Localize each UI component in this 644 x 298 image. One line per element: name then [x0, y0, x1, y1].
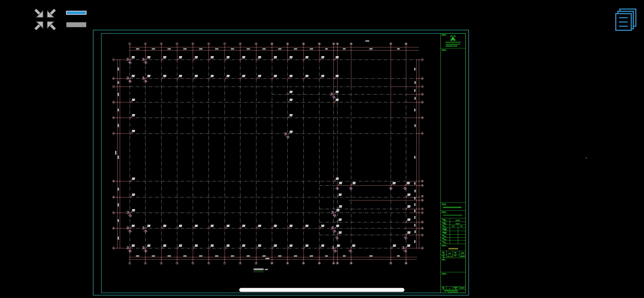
svg-text:D: D [422, 185, 423, 186]
svg-text:11800: 11800 [118, 67, 119, 71]
svg-text:10000: 10000 [183, 48, 187, 50]
svg-text:5000: 5000 [415, 182, 416, 185]
svg-text:5: 5 [193, 43, 193, 45]
svg-text:9000: 9000 [325, 48, 328, 50]
svg-text:K: K [113, 78, 114, 79]
svg-text:Respons.: Respons. [444, 229, 447, 231]
svg-text:5000: 5000 [415, 240, 416, 243]
svg-text:17: 17 [390, 43, 392, 45]
svg-text:6: 6 [208, 262, 209, 264]
svg-text:B: B [422, 199, 423, 201]
svg-text:7: 7 [224, 43, 225, 45]
svg-text:2: 2 [145, 43, 146, 45]
svg-text:14: 14 [333, 262, 334, 264]
svg-text:4: 4 [177, 43, 178, 45]
svg-text:9: 9 [256, 43, 257, 45]
svg-text:D: D [422, 195, 423, 197]
svg-text:6: 6 [208, 43, 209, 45]
svg-text:10000: 10000 [231, 48, 234, 50]
svg-text:10: 10 [271, 262, 273, 264]
svg-text:2: 2 [145, 262, 146, 264]
svg-text:16: 16 [350, 262, 352, 264]
svg-text:G: G [422, 117, 423, 118]
svg-text:18: 18 [405, 262, 407, 264]
svg-text:10000: 10000 [246, 255, 250, 257]
svg-text:F: F [422, 133, 423, 134]
svg-text:5200: 5200 [118, 81, 119, 84]
svg-text:10000: 10000 [278, 48, 281, 50]
svg-text:8750: 8750 [343, 48, 346, 50]
svg-text:1:150: 1:150 [448, 253, 451, 254]
svg-text:10400: 10400 [118, 203, 119, 207]
svg-text:10000: 10000 [168, 48, 171, 50]
svg-text:10000: 10000 [262, 255, 266, 257]
svg-text:175000: 175000 [365, 40, 369, 42]
svg-text:L: L [113, 59, 114, 60]
svg-text:25000: 25000 [369, 48, 373, 50]
svg-text:5: 5 [193, 262, 193, 264]
svg-text:Respons.: Respons. [444, 223, 447, 224]
svg-text:10000: 10000 [136, 255, 139, 257]
svg-text:1: 1 [129, 43, 130, 45]
svg-text:10000: 10000 [199, 48, 202, 50]
svg-text:E: E [113, 180, 114, 182]
svg-text:1: 1 [129, 262, 130, 264]
svg-text:12: 12 [303, 262, 304, 264]
svg-text:H: H [422, 101, 423, 103]
svg-text:A: A [422, 234, 423, 236]
svg-text:11: 11 [287, 262, 288, 264]
svg-text:8: 8 [240, 43, 241, 45]
svg-text:5000: 5000 [415, 224, 416, 227]
svg-text:5000: 5000 [415, 189, 416, 192]
svg-text:Date: Date [443, 257, 445, 258]
svg-text:B: B [422, 227, 423, 229]
svg-text:Respons.: Respons. [444, 236, 447, 237]
svg-text:5000: 5000 [415, 156, 416, 159]
svg-text:C: C [422, 208, 423, 210]
svg-text:Scale: Scale [443, 253, 445, 254]
svg-text:11900: 11900 [118, 236, 119, 240]
svg-text:5000: 5000 [415, 81, 416, 84]
svg-text:10000: 10000 [310, 48, 313, 50]
svg-text:9: 9 [256, 262, 257, 264]
svg-text:18: 18 [405, 43, 407, 45]
svg-text:B: B [422, 221, 423, 223]
svg-text:10000: 10000 [199, 255, 202, 257]
svg-text:H: H [113, 101, 114, 103]
svg-text:J: J [422, 86, 423, 87]
svg-text:C: C [113, 212, 114, 213]
svg-text:9800: 9800 [118, 109, 119, 111]
svg-text:A: A [113, 247, 114, 249]
svg-text:E: E [422, 180, 423, 182]
svg-text:30000: 30000 [118, 156, 119, 159]
svg-text:116000: 116000 [115, 151, 116, 155]
svg-text:9750: 9750 [397, 255, 400, 257]
svg-text:10000: 10000 [262, 48, 266, 50]
svg-text:5000: 5000 [415, 203, 416, 206]
svg-text:D: D [113, 196, 114, 198]
svg-text:10000: 10000 [118, 93, 119, 96]
svg-text:10000: 10000 [168, 255, 171, 257]
svg-text:5000: 5000 [415, 124, 416, 127]
svg-text:9750: 9750 [397, 48, 400, 50]
svg-text:Respons.: Respons. [444, 226, 447, 227]
svg-text:10000: 10000 [136, 48, 139, 50]
svg-text:10000: 10000 [278, 255, 281, 257]
svg-text:G: G [113, 117, 114, 118]
svg-text:15: 15 [336, 262, 338, 264]
svg-text:Respons.: Respons. [444, 242, 447, 243]
svg-text:10000: 10000 [215, 48, 218, 50]
svg-text:10000: 10000 [118, 124, 119, 127]
svg-text:F: F [113, 133, 114, 134]
svg-text:10000: 10000 [246, 48, 250, 50]
svg-text:10000: 10000 [294, 48, 297, 50]
svg-text:2016-05: 2016-05 [456, 223, 460, 224]
svg-text:Respons.: Respons. [444, 220, 447, 221]
svg-text:5000: 5000 [415, 230, 416, 233]
svg-text:C: C [422, 212, 423, 213]
svg-text:3: 3 [161, 43, 162, 45]
svg-text:K: K [422, 78, 423, 79]
svg-text:10: 10 [271, 43, 273, 45]
svg-text:No.: No. [455, 253, 456, 254]
svg-text:5000: 5000 [415, 97, 416, 100]
